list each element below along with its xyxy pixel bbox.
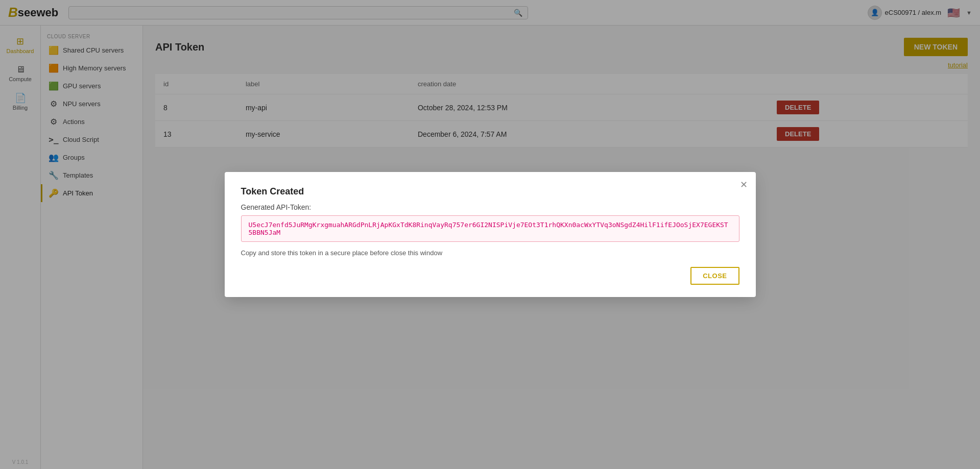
modal-warning: Copy and store this token in a secure pl… xyxy=(241,249,739,257)
modal: Token Created ✕ Generated API-Token: U5e… xyxy=(225,172,756,297)
modal-close-icon[interactable]: ✕ xyxy=(740,180,748,189)
modal-generated-label: Generated API-Token: xyxy=(241,203,739,211)
modal-token-value: U5ecJ7enfd5JuRMgKrxgmuahARGdPnLRjApKGxTd… xyxy=(241,215,739,242)
modal-overlay: Token Created ✕ Generated API-Token: U5e… xyxy=(0,0,980,469)
modal-footer: CLOSE xyxy=(241,267,739,285)
modal-close-button[interactable]: CLOSE xyxy=(690,267,739,285)
modal-title: Token Created xyxy=(241,186,739,197)
